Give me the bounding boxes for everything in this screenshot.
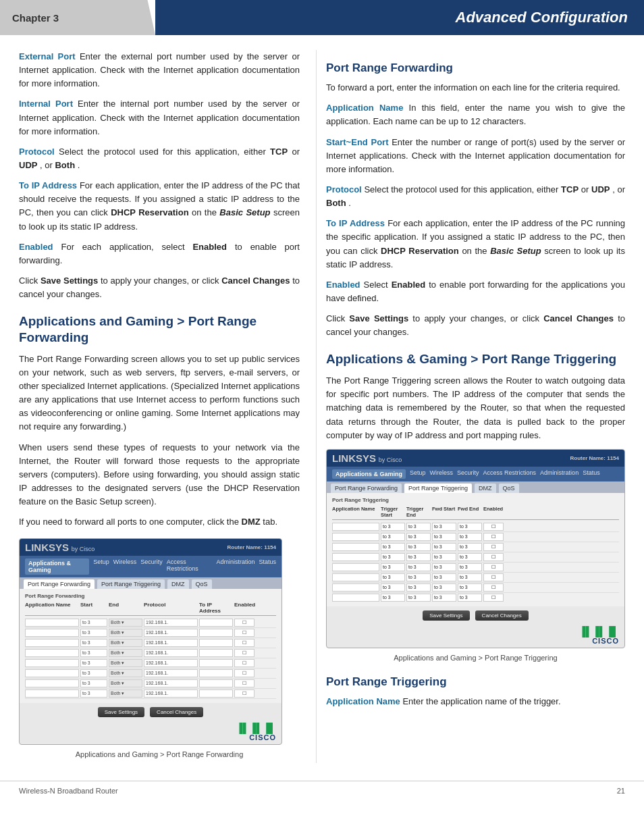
table-row: to 3 Both ▾ 192.168.1. ☐ — [25, 628, 276, 638]
term-enabled-left: Enabled — [19, 242, 53, 252]
section3-heading: Port Range Triggering — [326, 675, 625, 689]
screenshot-buttons-right: Save Settings Cancel Changes — [327, 606, 624, 625]
table-row: to 3 to 3 to 3 to 3 ☐ — [332, 552, 619, 563]
enabled-para-left: Enabled For each application, select Ena… — [19, 240, 300, 267]
screenshot-right: LINKSYS by Cisco Router Name: 1154 Appli… — [326, 449, 625, 648]
section-body2: When users send these types of requests … — [19, 441, 300, 509]
to-ip-para-right: To IP Address For each application, ente… — [326, 217, 625, 271]
internal-port-para: Internal Port Enter the internal port nu… — [19, 97, 300, 138]
term-protocol-left: Protocol — [19, 147, 55, 157]
protocol-para-left: Protocol Select the protocol used for th… — [19, 145, 300, 172]
footer-left: Wireless-N Broadband Router — [19, 787, 118, 795]
screenshot-table-header-left: Application Name Start End Protocol To I… — [25, 602, 276, 616]
screenshot-table-right: Port Range Triggering Application Name T… — [327, 493, 624, 606]
table-row: to 3 to 3 to 3 to 3 ☐ — [332, 542, 619, 552]
screenshot-tabs-left: Port Range Forwarding Port Range Trigger… — [20, 577, 281, 589]
linksys-logo-right: LINKSYS by Cisco — [332, 452, 402, 464]
section3-para: Application Name Enter the application n… — [326, 695, 625, 708]
caption-left: Applications and Gaming > Port Range For… — [19, 749, 300, 760]
page-footer: Wireless-N Broadband Router 21 — [0, 781, 644, 800]
start-end-port-para: Start~End Port Enter the number or range… — [326, 136, 625, 176]
table-row: to 3 to 3 to 3 to 3 ☐ — [332, 522, 619, 532]
left-column: External Port Enter the external port nu… — [19, 50, 316, 763]
table-row: to 3 Both ▾ 192.168.1. ☐ — [25, 618, 276, 628]
section-heading-triggering: Applications & Gaming > Port Range Trigg… — [326, 351, 625, 367]
cancel-changes-btn-left[interactable]: Cancel Changes — [150, 707, 203, 717]
table-row: to 3 to 3 to 3 to 3 ☐ — [332, 573, 619, 583]
section2-body: The Port Range Triggering screen allows … — [326, 374, 625, 442]
linksys-logo-left: LINKSYS by Cisco — [25, 542, 95, 553]
screenshot-buttons-left: Save Settings Cancel Changes — [20, 703, 281, 721]
screenshot-header-right: LINKSYS by Cisco Router Name: 1154 — [327, 450, 624, 467]
cancel-changes-btn-right[interactable]: Cancel Changes — [475, 610, 529, 621]
footer-right: 21 — [617, 787, 625, 795]
to-ip-para-left: To IP Address For each application, ente… — [19, 179, 300, 234]
chapter-label: Chapter 3 — [0, 0, 155, 35]
screenshot-table-left: Port Range Forwarding Application Name S… — [20, 589, 281, 703]
table-row: to 3 Both ▾ 192.168.1. ☐ — [25, 658, 276, 669]
caption-right: Applications and Gaming > Port Range Tri… — [326, 652, 625, 664]
term-internal-port: Internal Port — [19, 99, 73, 109]
screenshot-tabs-right: Port Range Forwarding Port Range Trigger… — [327, 481, 624, 493]
term-external-port: External Port — [19, 51, 76, 61]
page-content: External Port Enter the external port nu… — [0, 35, 644, 775]
term-to-ip-left: To IP Address — [19, 180, 77, 190]
cisco-footer-right: ▐▌▐▌▐▌ CISCO — [327, 625, 624, 648]
app-name-para: Application Name In this field, enter th… — [326, 101, 625, 128]
term-to-ip-right: To IP Address — [326, 218, 385, 228]
term-app-name-trigger: Application Name — [326, 696, 400, 706]
right-column: Port Range Forwarding To forward a port,… — [316, 50, 625, 763]
click-line-left: Click Save Settings to apply your change… — [19, 274, 300, 301]
table-row: to 3 to 3 to 3 to 3 ☐ — [332, 583, 619, 593]
cisco-footer-left: ▐▌▐▌▐▌ CISCO — [20, 721, 281, 744]
page-header: Chapter 3 Advanced Configuration — [0, 0, 644, 35]
term-start-end-port: Start~End Port — [326, 137, 388, 147]
external-port-para: External Port Enter the external port nu… — [19, 50, 300, 90]
table-row: to 3 Both ▾ 192.168.1. ☐ — [25, 669, 276, 679]
table-row: to 3 to 3 to 3 to 3 ☐ — [332, 563, 619, 573]
table-row: to 3 to 3 to 3 to 3 ☐ — [332, 593, 619, 602]
term-protocol-right: Protocol — [326, 184, 362, 194]
screenshot-nav-left: Applications & Gaming Setup Wireless Sec… — [20, 556, 281, 577]
screenshot-nav-right: Applications & Gaming Setup Wireless Sec… — [327, 467, 624, 481]
port-range-intro: To forward a port, enter the information… — [326, 81, 625, 95]
enabled-para-right: Enabled Select Enabled to enable port fo… — [326, 278, 625, 305]
screenshot-left: LINKSYS by Cisco Router Name: 1154 Appli… — [19, 538, 282, 745]
section-heading-left: Applications and Gaming > Port Range For… — [19, 313, 300, 346]
table-row: to 3 to 3 to 3 to 3 ☐ — [332, 532, 619, 542]
protocol-para-right: Protocol Select the protocol used for th… — [326, 183, 625, 210]
table-row: to 3 Both ▾ 192.168.1. ☐ — [25, 648, 276, 658]
term-app-name: Application Name — [326, 103, 403, 113]
section-body1: The Port Range Forwarding screen allows … — [19, 353, 300, 434]
section-body3: If you need to forward all ports to one … — [19, 515, 300, 529]
term-enabled-right: Enabled — [326, 280, 360, 290]
save-settings-btn-right[interactable]: Save Settings — [423, 610, 469, 621]
click-line-right: Click Save Settings to apply your change… — [326, 312, 625, 339]
page-title: Advanced Configuration — [155, 0, 644, 35]
screenshot-header-left: LINKSYS by Cisco Router Name: 1154 — [20, 539, 281, 556]
save-settings-btn-left[interactable]: Save Settings — [98, 707, 144, 717]
section-heading-port-range-fwd: Port Range Forwarding — [326, 61, 625, 76]
table-row: to 3 Both ▾ 192.168.1. ☐ — [25, 679, 276, 689]
table-row: to 3 Both ▾ 192.168.1. ☐ — [25, 689, 276, 699]
table-row: to 3 Both ▾ 192.168.1. ☐ — [25, 638, 276, 648]
